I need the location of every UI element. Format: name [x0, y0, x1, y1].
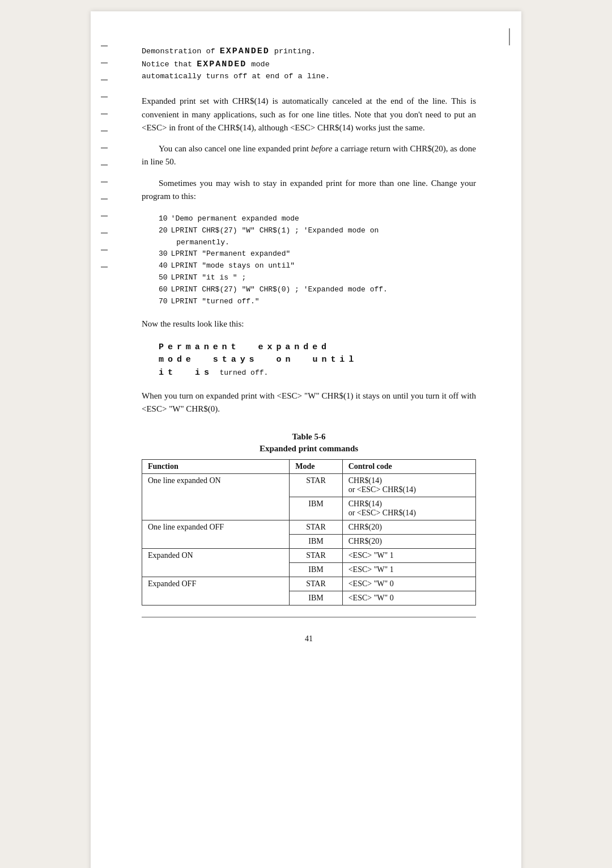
table-subtitle: Expanded print commands [142, 444, 476, 454]
paragraph-3: Sometimes you may wish to stay in expand… [142, 177, 476, 204]
line-code: LPRINT "it is " ; [171, 272, 246, 284]
line-code: LPRINT CHR$(27) "W" CHR$(0) ; 'Expanded … [171, 284, 388, 296]
code-cell-ibm-3: <ESC> "W" 1 [342, 562, 475, 577]
mode-cell-ibm-1: IBM [290, 497, 342, 520]
line-code: 'Demo permanent expanded mode [171, 213, 299, 225]
line-code: LPRINT "mode stays on until" [171, 260, 295, 272]
demo-line2-suffix: mode [246, 60, 270, 69]
demo-header-block: Demonstration of EXPANDED printing. Noti… [142, 45, 476, 82]
line-num: 10 [159, 213, 168, 225]
function-cell-expanded-on: Expanded ON [142, 548, 290, 577]
mode-cell-ibm-4: IBM [290, 591, 342, 605]
after-result-paragraph: When you turn on expanded print with <ES… [142, 389, 476, 416]
mode-cell-ibm-3: IBM [290, 562, 342, 577]
para3-text: Sometimes you may wish to stay in expand… [142, 179, 476, 201]
after-code-label: Now the results look like this: [142, 319, 244, 328]
code-cell-star-4: <ESC> "W" 0 [342, 577, 475, 591]
table-row: One line expanded OFF STAR CHR$(20) [142, 520, 476, 534]
line-code: LPRINT "turned off." [171, 296, 260, 308]
function-cell-expanded-off: Expanded OFF [142, 577, 290, 605]
line-code: LPRINT CHR$(27) "W" CHR$(1) ; 'Expanded … [171, 225, 379, 237]
code-cell-star-2: CHR$(20) [342, 520, 475, 534]
mode-cell-star-4: STAR [290, 577, 342, 591]
result-block: P e r m a n e n t e x p a n d e d m o d … [159, 341, 476, 380]
code-line-10: 10 'Demo permanent expanded mode [159, 213, 476, 225]
code-cell-star-3: <ESC> "W" 1 [342, 548, 475, 562]
code-cell-ibm-4: <ESC> "W" 0 [342, 591, 475, 605]
col-control-code: Control code [342, 459, 475, 473]
function-cell-one-line-off: One line expanded OFF [142, 520, 290, 548]
line-num: 70 [159, 296, 168, 308]
page: Demonstration of EXPANDED printing. Noti… [91, 11, 521, 868]
para1-text: Expanded print set with CHR$(14) is auto… [142, 96, 476, 132]
code-cell-star-1: CHR$(14)or <ESC> CHR$(14) [342, 473, 475, 497]
main-content: Demonstration of EXPANDED printing. Noti… [142, 45, 476, 643]
code-line-50: 50 LPRINT "it is " ; [159, 272, 476, 284]
line-code-cont: permanently. [159, 237, 230, 249]
line-num: 30 [159, 248, 168, 260]
table-title: Table 5-6 [142, 432, 476, 442]
code-line-30: 30 LPRINT "Permanent expanded" [159, 248, 476, 260]
mode-cell-star-2: STAR [290, 520, 342, 534]
result-line-3-normal: turned off. [211, 369, 268, 377]
line-num: 50 [159, 272, 168, 284]
code-line-70: 70 LPRINT "turned off." [159, 296, 476, 308]
demo-expanded-1: EXPANDED [220, 46, 270, 56]
table-row: Expanded OFF STAR <ESC> "W" 0 [142, 577, 476, 591]
demo-line3: automatically turns off at end of a line… [142, 71, 476, 82]
para2-italic: before [311, 144, 333, 153]
result-line-2-text: m o d e s t a y s o n u n t i l [159, 355, 355, 365]
code-cell-ibm-1: CHR$(14)or <ESC> CHR$(14) [342, 497, 475, 520]
paragraph-2: You can also cancel one line expanded pr… [142, 142, 476, 169]
demo-line2-prefix: Notice that [142, 60, 197, 69]
demo-line1-suffix: printing. [270, 47, 316, 56]
line-num: 60 [159, 284, 168, 296]
line-num: 20 [159, 225, 168, 237]
demo-line2: Notice that EXPANDED mode [142, 58, 476, 71]
code-line-60: 60 LPRINT CHR$(27) "W" CHR$(0) ; 'Expand… [159, 284, 476, 296]
binding-marks [101, 45, 108, 283]
result-line-1-text: P e r m a n e n t e x p a n d e d [159, 342, 328, 352]
demo-expanded-2: EXPANDED [197, 60, 246, 69]
code-line-40: 40 LPRINT "mode stays on until" [159, 260, 476, 272]
code-listing: 10 'Demo permanent expanded mode 20 LPRI… [159, 213, 476, 307]
code-cell-ibm-2: CHR$(20) [342, 534, 475, 548]
code-line-20: 20 LPRINT CHR$(27) "W" CHR$(1) ; 'Expand… [159, 225, 476, 237]
col-mode: Mode [290, 459, 342, 473]
mode-cell-star-3: STAR [290, 548, 342, 562]
expanded-print-table: Function Mode Control code One line expa… [142, 459, 476, 606]
code-line-20-cont: permanently. [159, 237, 476, 249]
after-result-text: When you turn on expanded print with <ES… [142, 391, 476, 413]
col-function: Function [142, 459, 290, 473]
right-edge-mark [509, 28, 510, 45]
para2-prefix: You can also cancel one line expanded pr… [159, 144, 311, 153]
mode-cell-ibm-2: IBM [290, 534, 342, 548]
demo-line1-prefix: Demonstration of [142, 47, 220, 56]
page-number: 41 [142, 634, 476, 643]
table-row: One line expanded ON STAR CHR$(14)or <ES… [142, 473, 476, 497]
table-row: Expanded ON STAR <ESC> "W" 1 [142, 548, 476, 562]
result-line-2: m o d e s t a y s o n u n t i l [159, 354, 476, 367]
mode-cell-star-1: STAR [290, 473, 342, 497]
table-section: Table 5-6 Expanded print commands Functi… [142, 432, 476, 606]
result-line-3-expanded: i t i s [159, 368, 211, 378]
line-code: LPRINT "Permanent expanded" [171, 248, 291, 260]
paragraph-1: Expanded print set with CHR$(14) is auto… [142, 95, 476, 134]
table-header-row: Function Mode Control code [142, 459, 476, 473]
after-code-text: Now the results look like this: [142, 317, 476, 331]
page-rule [142, 617, 476, 617]
result-line-1: P e r m a n e n t e x p a n d e d [159, 341, 476, 354]
line-num: 40 [159, 260, 168, 272]
function-cell-one-line-on: One line expanded ON [142, 473, 290, 520]
result-line-3: i t i s turned off. [159, 367, 476, 380]
demo-line1: Demonstration of EXPANDED printing. [142, 45, 476, 58]
